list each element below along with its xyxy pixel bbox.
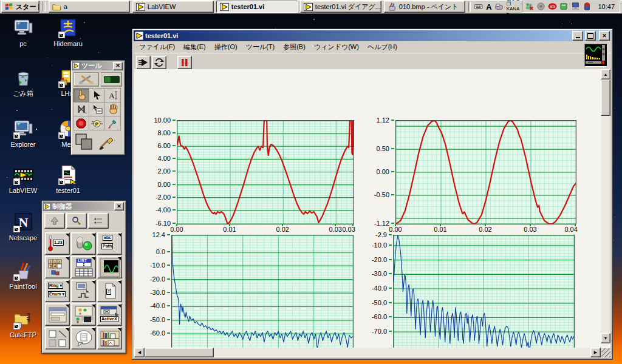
control-tile-list[interactable]: LIST xyxy=(71,256,96,278)
desktop-icon-LabVIEW[interactable]: LabVIEW xyxy=(1,165,45,194)
scroll-right-icon[interactable]: ▶ xyxy=(590,348,601,357)
control-tile-string[interactable]: abcPath xyxy=(97,232,122,255)
wire-spool-tool[interactable] xyxy=(73,102,89,116)
horizontal-scroll-thumb[interactable] xyxy=(145,348,214,357)
menu-item-4[interactable]: ツール(T) xyxy=(242,41,279,53)
controls-palette-titlebar[interactable]: 制御器 ✕ xyxy=(43,201,125,211)
desktop-icon-pc[interactable]: pc xyxy=(1,18,45,47)
menu-item-2[interactable]: 編集(E) xyxy=(179,41,210,53)
operate-finger-tool[interactable] xyxy=(73,88,89,103)
tools-palette-titlebar[interactable]: ツール ✕ xyxy=(72,61,124,70)
desktop-icon-item2[interactable]: ごみ箱 xyxy=(1,68,45,97)
desktop-icon-Netscape[interactable]: NNetscape xyxy=(1,212,45,241)
taskbar-task-1[interactable]: a xyxy=(49,1,130,13)
submenu-arrow-icon xyxy=(118,328,121,331)
control-tile-refnum[interactable]: # xyxy=(97,280,122,302)
scroll-down-icon[interactable]: ▼ xyxy=(601,333,610,343)
control-tile-numeric[interactable]: 1.23 xyxy=(45,232,70,255)
menu-item-6[interactable]: ウィンドウ(W) xyxy=(310,41,363,53)
control-tile-boolean[interactable] xyxy=(71,232,96,255)
sound-icon[interactable] xyxy=(536,2,546,12)
taskbar-task-4[interactable]: tester01.vi ダイアグ... xyxy=(300,1,381,13)
taskbar-task-3[interactable]: tester01.vi xyxy=(216,1,298,13)
color-copy-tool[interactable] xyxy=(75,133,96,150)
y-tick-label: 0.0 xyxy=(141,248,165,255)
desktop: { "taskbar":{ "start_label":"スタート", "tas… xyxy=(0,0,622,364)
breakpoint-tool[interactable] xyxy=(73,116,89,130)
tray-icons: ATI xyxy=(525,2,592,12)
taskbar-divider xyxy=(43,2,45,12)
y-tick-mark xyxy=(167,292,170,293)
battery-icon[interactable] xyxy=(583,2,592,12)
y-tick-label: -40.0 xyxy=(141,302,165,309)
control-tile-array[interactable]: 11234 xyxy=(45,256,70,278)
color-picker-tool[interactable] xyxy=(104,116,121,130)
desktop-icon-CuteFTP[interactable]: FTPCuteFTP xyxy=(1,309,45,339)
controls-palette-title: 制御器 xyxy=(52,202,72,211)
caps-label: CAPS xyxy=(507,0,520,2)
shortcut-menu-tool[interactable] xyxy=(89,102,105,116)
keyboard-icon[interactable] xyxy=(474,2,484,12)
y-tick-mark xyxy=(389,288,392,289)
ime-mode-letter[interactable]: A xyxy=(486,2,491,12)
control-tile-ring[interactable]: Ring ▾Enum ▾ xyxy=(45,280,70,302)
vertical-scrollbar[interactable]: ▲ ▼ xyxy=(601,69,610,343)
horizontal-scrollbar[interactable]: ◀ ▶ xyxy=(134,348,601,357)
resize-grip[interactable] xyxy=(601,348,610,357)
y-tick-mark xyxy=(167,234,170,235)
run-button[interactable] xyxy=(136,56,151,69)
position-arrow-tool[interactable] xyxy=(89,88,105,103)
menu-item-3[interactable]: 操作(O) xyxy=(210,41,242,53)
set-color-tool[interactable] xyxy=(98,134,114,150)
vertical-scroll-thumb[interactable] xyxy=(601,79,610,116)
start-button[interactable]: スタート xyxy=(1,1,39,13)
x-tick-label: 0.04 xyxy=(564,226,577,233)
caps-kana-indicator[interactable]: CAPS ❐ KANA ▾ xyxy=(507,0,520,16)
probe-tool[interactable]: P+- xyxy=(89,116,105,130)
scroll-hand-tool[interactable] xyxy=(104,102,121,116)
minimize-icon[interactable] xyxy=(572,31,583,41)
desktop-icon-Explorer[interactable]: Explorer xyxy=(1,119,45,148)
tools-palette: ツール ✕ AP+- xyxy=(70,60,125,155)
control-tile-activex[interactable]: ActiveX xyxy=(97,303,122,326)
up-level-button[interactable] xyxy=(44,213,65,229)
options-button[interactable] xyxy=(88,213,109,229)
maximize-icon[interactable] xyxy=(585,31,596,41)
desktop-icon-PaintTool[interactable]: PaintTool xyxy=(1,261,45,290)
run-led-indicator[interactable] xyxy=(101,72,122,87)
close-icon[interactable]: ✕ xyxy=(599,31,610,41)
close-icon[interactable]: ✕ xyxy=(113,62,123,70)
network-icon[interactable] xyxy=(571,2,581,12)
scroll-up-icon[interactable]: ▲ xyxy=(601,69,610,79)
ime-pad-icon[interactable] xyxy=(494,2,504,12)
menu-item-5[interactable]: 参照(B) xyxy=(279,41,310,53)
control-tile-io[interactable] xyxy=(71,280,96,302)
taskbar-task-5[interactable]: 010.bmp - ペイント xyxy=(384,1,465,13)
pause-button[interactable] xyxy=(177,56,192,69)
scroll-left-icon[interactable]: ◀ xyxy=(134,348,145,357)
menu-item-7[interactable]: ヘルプ(H) xyxy=(363,41,402,53)
control-tile-graph[interactable]: 2100.01.0 xyxy=(97,256,122,278)
window-titlebar[interactable]: tester01.vi ✕ xyxy=(134,30,611,41)
control-tile-decor[interactable] xyxy=(45,327,70,349)
card-icon[interactable] xyxy=(559,2,569,12)
desktop-icon-Hidemaru[interactable]: Hidemaru xyxy=(46,18,90,47)
icon-label: CuteFTP xyxy=(1,331,45,339)
menu-item-1[interactable]: ファイル(F) xyxy=(135,41,179,53)
control-tile-chip[interactable] xyxy=(71,303,96,326)
y-tick-label: 4.00 xyxy=(146,155,171,162)
search-button[interactable] xyxy=(66,213,87,229)
close-icon[interactable]: ✕ xyxy=(114,202,124,211)
run-continuous-button[interactable] xyxy=(152,56,166,69)
desktop-icon-tester01[interactable]: tester01 xyxy=(46,165,90,194)
auto-tool-button[interactable] xyxy=(73,72,99,87)
y-tick-label: -4.00 xyxy=(146,206,171,214)
ati-icon[interactable]: ATI xyxy=(548,2,558,12)
control-tile-classic[interactable] xyxy=(45,303,70,326)
control-tile-select[interactable] xyxy=(97,327,122,349)
users-offline-icon[interactable] xyxy=(525,2,535,12)
edit-text-tool[interactable]: A xyxy=(104,88,121,103)
taskbar-task-2[interactable]: LabVIEW xyxy=(132,1,214,13)
icon-label: Explorer xyxy=(1,141,45,148)
control-tile-dialog[interactable] xyxy=(71,327,96,349)
